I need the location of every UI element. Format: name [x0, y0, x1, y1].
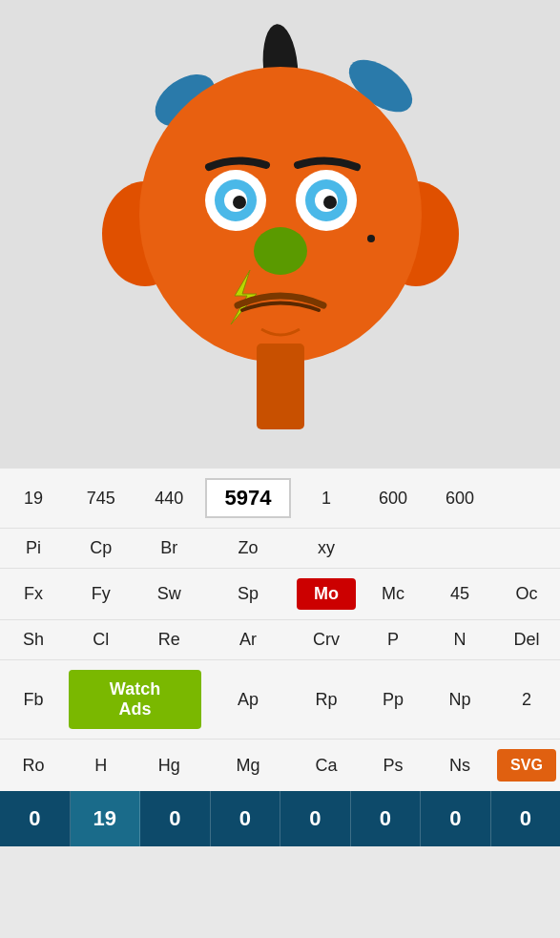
grid-table: 19 745 440 1 600 600 Pi Cp Br Zo xy Fx F… — [0, 468, 560, 791]
bottom-stats-bar: 0 19 0 0 0 0 0 0 — [0, 791, 560, 846]
cell-ar[interactable]: Ar — [203, 620, 293, 660]
cell-re[interactable]: Re — [135, 620, 203, 660]
cell-mg[interactable]: Mg — [203, 740, 293, 792]
cell-mo[interactable]: Mo — [293, 569, 360, 620]
cell-ns[interactable]: Ns — [426, 740, 493, 792]
cell-cl[interactable]: Cl — [67, 620, 135, 660]
bottom-cell-0f[interactable]: 0 — [421, 791, 491, 846]
cell-pp[interactable]: Pp — [360, 660, 426, 740]
svg-point-5 — [139, 67, 422, 363]
cell-ps[interactable]: Ps — [360, 740, 426, 792]
cell-del[interactable]: Del — [493, 620, 560, 660]
bottom-cell-0b[interactable]: 0 — [140, 791, 211, 846]
table-row: Fb Watch Ads Ap Rp Pp Np 2 — [0, 660, 560, 740]
cell-n[interactable]: N — [426, 620, 493, 660]
cell-empty2 — [426, 529, 493, 569]
cell-745[interactable]: 745 — [67, 469, 135, 529]
table-row: Pi Cp Br Zo xy — [0, 529, 560, 569]
cell-hg[interactable]: Hg — [135, 740, 203, 792]
cell-rp[interactable]: Rp — [293, 660, 360, 740]
cell-440[interactable]: 440 — [135, 469, 203, 529]
table-row: Ro H Hg Mg Ca Ps Ns SVG — [0, 740, 560, 792]
cell-crv[interactable]: Crv — [293, 620, 360, 660]
cell-xy[interactable]: xy — [293, 529, 360, 569]
cell-fb[interactable]: Fb — [0, 660, 67, 740]
cell-svg[interactable]: SVG — [493, 740, 560, 792]
cell-45[interactable]: 45 — [426, 569, 493, 620]
watch-ads-button[interactable]: Watch Ads — [69, 670, 201, 729]
cell-fy[interactable]: Fy — [67, 569, 135, 620]
cell-mc[interactable]: Mc — [360, 569, 426, 620]
character-svg — [80, 14, 481, 453]
cell-fx[interactable]: Fx — [0, 569, 67, 620]
bottom-cell-0c[interactable]: 0 — [211, 791, 281, 846]
svg-point-16 — [367, 235, 375, 242]
character-display — [0, 0, 560, 468]
table-row: Sh Cl Re Ar Crv P N Del — [0, 620, 560, 660]
stats-grid: 19 745 440 1 600 600 Pi Cp Br Zo xy Fx F… — [0, 468, 560, 791]
cell-2[interactable]: 2 — [493, 660, 560, 740]
cell-sw[interactable]: Sw — [135, 569, 203, 620]
cell-p[interactable]: P — [360, 620, 426, 660]
cell-5974[interactable] — [203, 469, 293, 529]
cell-600b[interactable]: 600 — [426, 469, 493, 529]
table-row: Fx Fy Sw Sp Mo Mc 45 Oc — [0, 569, 560, 620]
bottom-cell-0e[interactable]: 0 — [351, 791, 422, 846]
svg-point-15 — [254, 227, 307, 275]
score-input[interactable] — [205, 478, 291, 518]
svg-point-10 — [233, 196, 246, 209]
svg-point-14 — [323, 196, 337, 209]
cell-ap[interactable]: Ap — [203, 660, 293, 740]
cell-pi[interactable]: Pi — [0, 529, 67, 569]
cell-br[interactable]: Br — [135, 529, 203, 569]
bottom-cell-0g[interactable]: 0 — [491, 791, 561, 846]
cell-cp[interactable]: Cp — [67, 529, 135, 569]
bottom-cell-0d[interactable]: 0 — [280, 791, 351, 846]
cell-ca[interactable]: Ca — [293, 740, 360, 792]
cell-19[interactable]: 19 — [0, 469, 67, 529]
cell-sh[interactable]: Sh — [0, 620, 67, 660]
cell-1[interactable]: 1 — [293, 469, 360, 529]
cell-np[interactable]: Np — [426, 660, 493, 740]
cell-h[interactable]: H — [67, 740, 135, 792]
cell-600a[interactable]: 600 — [360, 469, 426, 529]
bottom-cell-0[interactable]: 0 — [0, 791, 71, 846]
table-row: 19 745 440 1 600 600 — [0, 469, 560, 529]
bottom-cell-19[interactable]: 19 — [71, 791, 141, 846]
cell-sp[interactable]: Sp — [203, 569, 293, 620]
cell-ro[interactable]: Ro — [0, 740, 67, 792]
cell-watch-ads[interactable]: Watch Ads — [67, 660, 203, 740]
svg-rect-6 — [257, 344, 304, 429]
cell-empty1 — [360, 529, 426, 569]
cell-zo[interactable]: Zo — [203, 529, 293, 569]
cell-oc[interactable]: Oc — [493, 569, 560, 620]
